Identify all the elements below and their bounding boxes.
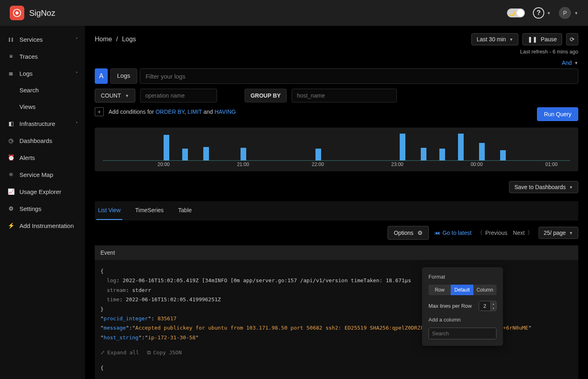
sidebar-item-infrastructure[interactable]: ◧Infrastructure˅ (0, 115, 85, 132)
options-button[interactable]: Options ⚙ (388, 226, 428, 240)
sidebar-item-usage-explorer[interactable]: 📈Usage Explorer (0, 183, 85, 200)
breadcrumb-sep: / (116, 36, 118, 43)
chevron-down-icon: ˅ (76, 121, 78, 126)
refresh-button[interactable]: ⟳ (566, 33, 578, 45)
sidebar-item-settings[interactable]: ⚙Settings (0, 200, 85, 217)
chart-bar (479, 143, 485, 160)
brand-name: SigNoz (29, 9, 55, 18)
cube-icon: ◧ (7, 120, 15, 127)
chevron-down-icon: ▼ (547, 11, 551, 15)
bell-icon: ⏰ (7, 154, 15, 161)
plug-icon: ⚡ (7, 222, 15, 229)
toggle-knob (517, 9, 524, 17)
stepper-up[interactable]: ▲ (490, 302, 496, 306)
pause-button[interactable]: ❚❚ Pause (522, 33, 562, 45)
chart-tick: 23:00 (391, 162, 403, 167)
filter-input[interactable] (140, 68, 578, 84)
copy-json-button[interactable]: ⧉Copy JSON (147, 348, 181, 357)
chevron-down-icon: ▼ (125, 94, 129, 98)
stepper-down[interactable]: ▼ (490, 306, 496, 311)
prev-label: Previous (485, 230, 507, 236)
pause-label: Pause (541, 36, 557, 43)
help-button[interactable]: ? ▼ (533, 7, 551, 19)
sidebar-item-label: Services (19, 36, 43, 43)
breadcrumb-home[interactable]: Home (95, 36, 112, 43)
sidebar-item-alerts[interactable]: ⏰Alerts (0, 149, 85, 166)
log-entry: { log: 2022-06-16T15:02:05.419Z [34mINFO… (95, 260, 578, 379)
tab-timeseries[interactable]: TimeSeries (134, 201, 165, 220)
sidebar-subitem-search[interactable]: Search (0, 82, 85, 98)
and-operator[interactable]: And ▼ (562, 60, 578, 66)
query-badge-a[interactable]: A (95, 68, 108, 84)
format-default[interactable]: Default (451, 285, 473, 295)
logo-area[interactable]: SigNoz (10, 6, 55, 20)
logo-icon (10, 6, 24, 20)
max-lines-field[interactable] (479, 301, 490, 311)
next-button[interactable]: Next 〉 (513, 229, 533, 236)
options-popover: Format RowDefaultColumn Max lines per Ro… (422, 267, 503, 346)
sidebar-item-service-map[interactable]: ⚛Service Map (0, 166, 85, 183)
chart-bar (241, 148, 246, 160)
chart-tick: 22:00 (312, 162, 324, 167)
add-condition-button[interactable]: + (95, 107, 104, 116)
chart-tick: 21:00 (237, 162, 249, 167)
list-icon: ≣ (7, 70, 15, 77)
format-segment: RowDefaultColumn (428, 285, 496, 295)
operation-name-input[interactable] (140, 89, 217, 102)
chevron-up-icon: ˄ (76, 71, 78, 76)
orderby-link[interactable]: ORDER BY (156, 109, 184, 115)
page-size-select[interactable]: 25/ page ▼ (539, 227, 578, 239)
sidebar-item-logs[interactable]: ≣Logs˄ (0, 65, 85, 82)
limit-link[interactable]: LIMIT (187, 109, 202, 115)
column-search-input[interactable] (429, 328, 496, 339)
group-by-label: GROUP BY (245, 89, 287, 102)
sidebar-item-label: Settings (19, 205, 41, 212)
previous-button[interactable]: 〈 Previous (477, 229, 507, 236)
save-to-dashboards-button[interactable]: Save to Dashboards ▼ (509, 181, 578, 193)
sidebar-item-add-instrumentation[interactable]: ⚡Add Instrumentation (0, 217, 85, 234)
sidebar-item-label: Service Map (19, 171, 53, 178)
having-link[interactable]: HAVING (215, 109, 236, 115)
group-by-input[interactable] (292, 89, 397, 102)
sidebar-item-traces[interactable]: ≡Traces (0, 48, 85, 65)
chevron-right-icon: 〉 (527, 229, 533, 236)
result-chart: 20:0021:0022:0023:0000:0001:00 (95, 128, 578, 171)
format-row[interactable]: Row (428, 285, 451, 295)
run-query-button[interactable]: Run Query (537, 107, 578, 121)
expand-all-button[interactable]: ⤢Expand all (100, 348, 139, 357)
max-lines-input[interactable]: ▲ ▼ (479, 301, 496, 311)
and-label: And (562, 60, 572, 66)
sidebar-item-services[interactable]: ⫿⫿Services˅ (0, 31, 85, 48)
refresh-icon: ⟳ (570, 36, 575, 43)
user-menu[interactable]: P ▼ (559, 7, 578, 19)
max-lines-label: Max lines per Row (428, 303, 472, 309)
sidebar-subitem-views[interactable]: Views (0, 98, 85, 115)
go-latest-label: Go to latest (443, 230, 472, 236)
chevron-left-icon: 〈 (477, 229, 483, 236)
chevron-down-icon: ▼ (574, 11, 578, 15)
chart-bar (439, 149, 445, 160)
chart-bar (182, 149, 188, 160)
tab-table[interactable]: Table (177, 201, 193, 220)
source-selector[interactable]: Logs (110, 68, 137, 84)
next-label: Next (513, 230, 525, 236)
conditions-text: Add conditions for ORDER BY, LIMIT and H… (109, 109, 236, 115)
help-icon: ? (533, 7, 544, 19)
format-column[interactable]: Column (473, 285, 496, 295)
breadcrumb: Home / Logs (95, 36, 136, 43)
time-range-picker[interactable]: Last 30 min ▼ (471, 33, 518, 45)
sidebar-item-label: Infrastructure (19, 120, 55, 127)
bar-chart-icon: ⫿⫿ (7, 36, 15, 43)
aggregation-select[interactable]: COUNT ▼ (95, 89, 135, 102)
theme-toggle[interactable]: 🌙 (507, 9, 525, 17)
chart-tick: 00:00 (471, 162, 483, 167)
add-column-label: Add a column (428, 317, 496, 323)
sidebar-item-dashboards[interactable]: ◷Dashboards (0, 132, 85, 149)
tab-list-view[interactable]: List View (96, 201, 122, 220)
expand-icon: ⤢ (100, 348, 105, 357)
chevron-down-icon: ▼ (574, 61, 578, 65)
page-size-label: 25/ page (544, 230, 566, 236)
sidebar-item-label: Dashboards (19, 137, 52, 144)
time-range-label: Last 30 min (477, 36, 506, 43)
go-to-latest-button[interactable]: ⏮ Go to latest (435, 230, 472, 236)
